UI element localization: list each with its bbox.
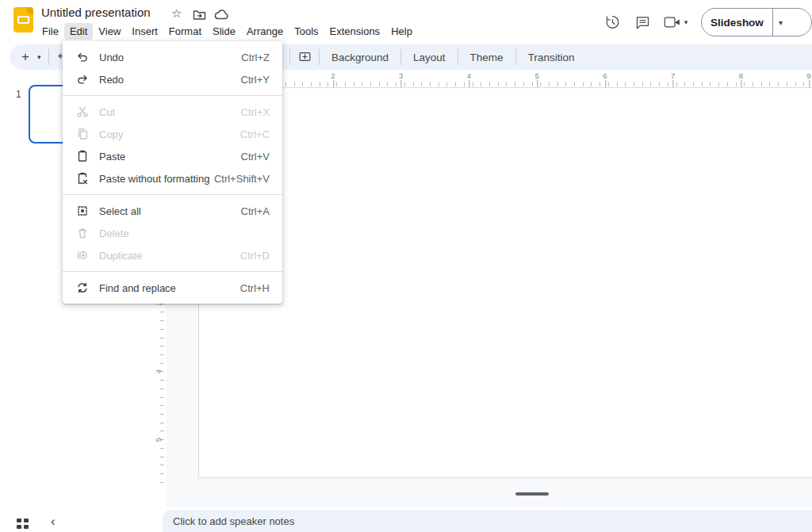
select-all-icon [76,205,89,217]
comments-icon[interactable] [631,11,653,33]
find-replace-icon [76,281,89,294]
add-comment-icon[interactable] [295,46,314,68]
theme-button[interactable]: Theme [463,48,511,67]
grid-view-icon[interactable] [17,519,29,530]
menu-item-duplicate[interactable]: Duplicate Ctrl+D [63,244,282,266]
menu-item-label: Find and replace [99,282,240,294]
menu-separator [63,95,282,96]
paste-plain-icon [76,172,89,185]
paste-icon [76,150,89,163]
speaker-notes-bar: ‹ Click to add speaker notes [0,507,812,532]
menu-slide[interactable]: Slide [207,23,241,40]
menu-item-paste-without-formatting[interactable]: Paste without formatting Ctrl+Shift+V [63,167,282,189]
collapse-filmstrip-icon[interactable]: ‹ [51,514,56,530]
delete-icon [76,227,89,239]
menu-item-shortcut: Ctrl+D [240,250,270,262]
menu-file[interactable]: File [36,23,64,40]
toolbar-divider [48,49,49,65]
toolbar-divider [458,49,458,65]
menu-tools[interactable]: Tools [289,23,324,40]
slide-number: 1 [16,89,21,100]
menu-item-label: Duplicate [99,250,240,262]
menu-item-label: Redo [99,74,241,86]
menu-extensions[interactable]: Extensions [324,23,386,40]
slides-logo[interactable] [13,7,33,33]
speaker-notes-placeholder: Click to add speaker notes [163,515,294,527]
menu-item-label: Paste without formatting [99,173,214,185]
toolbar-divider [289,49,290,65]
menu-item-label: Delete [99,228,270,239]
menu-item-redo[interactable]: Redo Ctrl+Y [63,68,282,90]
cloud-saved-icon[interactable] [214,10,228,20]
undo-icon [76,51,89,63]
ruler-number: 3 [399,71,403,80]
background-button[interactable]: Background [324,48,396,67]
logo-fold [27,7,33,13]
ruler-number: 5 [534,71,538,80]
menu-format[interactable]: Format [163,23,207,40]
ruler-number: 6 [603,71,607,80]
menu-item-undo[interactable]: Undo Ctrl+Z [63,46,282,68]
menu-item-shortcut: Ctrl+V [241,151,270,163]
ruler-number: 9 [806,71,810,80]
menu-view[interactable]: View [93,23,126,40]
slideshow-button[interactable]: Slideshow ▾ [701,8,812,36]
ruler-number: 7 [671,71,675,80]
header-actions: ▾ Slideshow ▾ [601,8,812,36]
star-icon[interactable]: ☆ [171,6,182,21]
ruler-number: 4 [154,369,163,373]
menu-item-shortcut: Ctrl+Y [241,74,270,86]
menu-item-copy[interactable]: Copy Ctrl+C [63,123,282,145]
menu-item-label: Select all [99,205,241,217]
menu-item-shortcut: Ctrl+X [241,106,270,118]
ruler-number: 8 [739,71,743,80]
menu-separator [63,194,282,195]
logo-page [17,16,29,24]
new-slide-caret[interactable]: ▾ [34,53,44,61]
slideshow-options-caret[interactable]: ▾ [773,18,783,27]
transition-button[interactable]: Transition [521,48,582,67]
menu-item-label: Paste [99,151,241,163]
move-to-folder-icon[interactable] [193,9,206,21]
notes-resize-handle[interactable] [515,492,549,496]
edit-dropdown-menu: Undo Ctrl+Z Redo Ctrl+Y Cut Ctrl+X Copy … [63,41,282,304]
toolbar-divider [515,49,516,65]
menu-bar: File Edit View Insert Format Slide Arran… [36,23,418,40]
version-history-icon[interactable] [601,11,623,33]
menu-item-shortcut: Ctrl+Shift+V [214,173,270,185]
menu-edit[interactable]: Edit [64,23,93,40]
document-title[interactable]: Untitled presentation [41,6,151,19]
menu-separator [63,271,282,272]
duplicate-icon [76,249,89,262]
copy-icon [76,128,89,140]
camera-menu-caret[interactable]: ▾ [681,18,691,26]
cut-icon [76,105,89,118]
toolbar-divider [319,49,320,65]
meet-camera-icon[interactable]: ▾ [661,11,693,33]
menu-item-select-all[interactable]: Select all Ctrl+A [63,200,282,222]
slideshow-label: Slideshow [702,17,772,29]
menu-item-paste[interactable]: Paste Ctrl+V [63,145,282,167]
ruler-number: 5 [154,438,163,442]
menu-item-shortcut: Ctrl+Z [241,52,270,63]
new-slide-button[interactable]: + [10,49,34,65]
menu-item-label: Cut [99,106,241,118]
ruler-number: 2 [331,71,335,80]
layout-button[interactable]: Layout [406,48,453,67]
redo-icon [76,73,89,86]
menu-item-cut[interactable]: Cut Ctrl+X [63,101,282,123]
speaker-notes-pane[interactable]: Click to add speaker notes [163,510,812,532]
menu-item-delete[interactable]: Delete [63,222,282,244]
menu-insert[interactable]: Insert [126,23,163,40]
menu-item-label: Copy [99,128,240,140]
ruler-number: 4 [467,71,471,80]
menu-item-shortcut: Ctrl+A [241,205,270,217]
menu-item-shortcut: Ctrl+H [240,282,270,294]
menu-item-find-and-replace[interactable]: Find and replace Ctrl+H [63,277,282,299]
menu-help[interactable]: Help [385,23,418,40]
menu-item-label: Undo [99,52,241,63]
menu-item-shortcut: Ctrl+C [240,128,270,140]
slide-canvas[interactable] [198,87,812,478]
toolbar-divider [400,49,401,65]
menu-arrange[interactable]: Arrange [241,23,289,40]
